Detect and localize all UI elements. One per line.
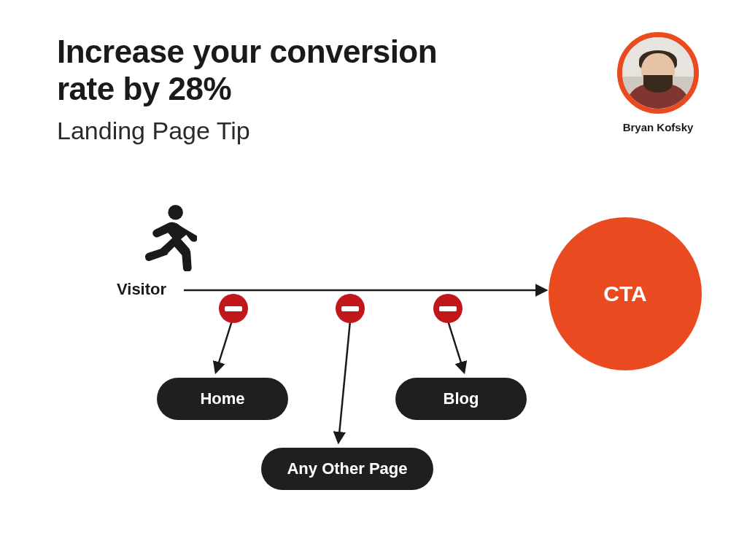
no-entry-icon	[219, 294, 248, 323]
cta-circle: CTA	[549, 217, 702, 370]
cta-label: CTA	[603, 281, 646, 306]
svg-point-4	[168, 205, 183, 220]
svg-line-2	[338, 321, 350, 442]
no-entry-icon	[433, 294, 462, 323]
no-entry-icon	[336, 294, 365, 323]
svg-line-3	[448, 321, 464, 372]
visitor-label: Visitor	[117, 280, 166, 299]
svg-line-1	[216, 321, 232, 372]
route-pill-blog: Blog	[395, 378, 527, 420]
route-pill-any-other-page: Any Other Page	[261, 448, 433, 490]
runner-icon	[128, 203, 197, 271]
route-pill-home: Home	[157, 378, 288, 420]
